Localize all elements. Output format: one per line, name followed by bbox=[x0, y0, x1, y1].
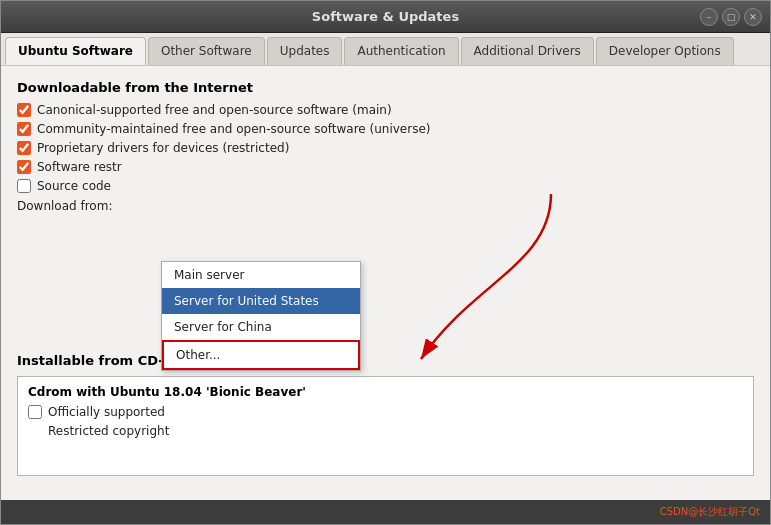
checkbox-software-restr: Software restr bbox=[17, 160, 754, 174]
checkbox-proprietary: Proprietary drivers for devices (restric… bbox=[17, 141, 754, 155]
download-from-label: Download from: bbox=[17, 199, 112, 213]
titlebar: Software & Updates – □ ✕ bbox=[1, 1, 770, 33]
server-dropdown[interactable]: Main server Server for United States Ser… bbox=[161, 261, 361, 371]
checkbox-canonical: Canonical-supported free and open-source… bbox=[17, 103, 754, 117]
cdrom-box: Cdrom with Ubuntu 18.04 'Bionic Beaver' … bbox=[17, 376, 754, 476]
footer-text: CSDN@长沙红胡子Qt bbox=[660, 505, 760, 519]
footer-bar: CSDN@长沙红胡子Qt bbox=[1, 500, 770, 524]
cdrom-section: Installable from CD-ROM/DVD Cdrom with U… bbox=[17, 353, 754, 476]
dropdown-item-main-server[interactable]: Main server bbox=[162, 262, 360, 288]
checkbox-source-code: Source code bbox=[17, 179, 754, 193]
checkbox-source-code-label: Source code bbox=[37, 179, 111, 193]
cdrom-officially-supported-label: Officially supported bbox=[48, 405, 165, 419]
main-window: Software & Updates – □ ✕ Ubuntu Software… bbox=[0, 0, 771, 525]
checkbox-proprietary-input[interactable] bbox=[17, 141, 31, 155]
minimize-button[interactable]: – bbox=[700, 8, 718, 26]
window-title: Software & Updates bbox=[312, 9, 459, 24]
dropdown-item-other[interactable]: Other... bbox=[162, 340, 360, 370]
window-controls: – □ ✕ bbox=[700, 8, 762, 26]
cdrom-item-title: Cdrom with Ubuntu 18.04 'Bionic Beaver' bbox=[28, 385, 743, 399]
cdrom-officially-supported-checkbox[interactable] bbox=[28, 405, 42, 419]
tab-authentication[interactable]: Authentication bbox=[344, 37, 458, 65]
checkbox-source-code-input[interactable] bbox=[17, 179, 31, 193]
cdrom-title: Installable from CD-ROM/DVD bbox=[17, 353, 754, 368]
checkbox-software-restr-label: Software restr bbox=[37, 160, 122, 174]
downloadable-title: Downloadable from the Internet bbox=[17, 80, 754, 95]
tab-ubuntu-software[interactable]: Ubuntu Software bbox=[5, 37, 146, 65]
maximize-button[interactable]: □ bbox=[722, 8, 740, 26]
checkbox-community-label: Community-maintained free and open-sourc… bbox=[37, 122, 430, 136]
cdrom-restricted-copyright: Restricted copyright bbox=[28, 424, 743, 438]
checkbox-software-restr-input[interactable] bbox=[17, 160, 31, 174]
tabs-bar: Ubuntu Software Other Software Updates A… bbox=[1, 33, 770, 66]
dropdown-item-us-server[interactable]: Server for United States bbox=[162, 288, 360, 314]
close-button[interactable]: ✕ bbox=[744, 8, 762, 26]
checkbox-proprietary-label: Proprietary drivers for devices (restric… bbox=[37, 141, 289, 155]
tab-updates[interactable]: Updates bbox=[267, 37, 343, 65]
main-content: Downloadable from the Internet Canonical… bbox=[1, 66, 770, 500]
checkbox-canonical-input[interactable] bbox=[17, 103, 31, 117]
download-from-row: Download from: bbox=[17, 199, 754, 213]
tab-additional-drivers[interactable]: Additional Drivers bbox=[461, 37, 594, 65]
checkbox-community-input[interactable] bbox=[17, 122, 31, 136]
tab-developer-options[interactable]: Developer Options bbox=[596, 37, 734, 65]
dropdown-item-china-server[interactable]: Server for China bbox=[162, 314, 360, 340]
tab-other-software[interactable]: Other Software bbox=[148, 37, 265, 65]
checkbox-community: Community-maintained free and open-sourc… bbox=[17, 122, 754, 136]
cdrom-officially-supported: Officially supported bbox=[28, 405, 743, 419]
checkbox-canonical-label: Canonical-supported free and open-source… bbox=[37, 103, 392, 117]
